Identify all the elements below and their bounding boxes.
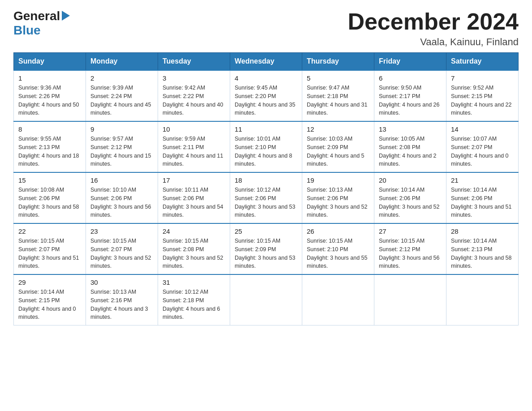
- calendar-day-cell: 6 Sunrise: 9:50 AMSunset: 2:17 PMDayligh…: [374, 70, 446, 121]
- calendar-day-cell: 14 Sunrise: 10:07 AMSunset: 2:07 PMDayli…: [446, 121, 519, 172]
- day-info: Sunrise: 10:07 AMSunset: 2:07 PMDaylight…: [451, 135, 514, 168]
- day-number: 10: [163, 125, 225, 133]
- day-info: Sunrise: 10:15 AMSunset: 2:08 PMDaylight…: [163, 237, 225, 270]
- weekday-header-cell: Wednesday: [230, 53, 302, 71]
- calendar-week-row: 8 Sunrise: 9:55 AMSunset: 2:13 PMDayligh…: [14, 121, 519, 172]
- title-section: December 2024 Vaala, Kainuu, Finland: [348, 9, 519, 48]
- day-info: Sunrise: 9:39 AMSunset: 2:24 PMDaylight:…: [90, 84, 153, 117]
- calendar-table: SundayMondayTuesdayWednesdayThursdayFrid…: [13, 52, 519, 325]
- calendar-day-cell: 10 Sunrise: 9:59 AMSunset: 2:11 PMDaylig…: [158, 121, 230, 172]
- day-info: Sunrise: 9:52 AMSunset: 2:15 PMDaylight:…: [451, 84, 514, 117]
- calendar-day-cell: 15 Sunrise: 10:08 AMSunset: 2:06 PMDayli…: [14, 172, 86, 223]
- day-number: 22: [18, 227, 81, 235]
- day-info: Sunrise: 10:15 AMSunset: 2:07 PMDaylight…: [18, 237, 81, 270]
- day-number: 6: [379, 74, 442, 82]
- day-number: 9: [90, 125, 153, 133]
- calendar-day-cell: [302, 274, 374, 325]
- weekday-header-cell: Thursday: [302, 53, 374, 71]
- day-number: 15: [18, 176, 81, 184]
- calendar-day-cell: 19 Sunrise: 10:13 AMSunset: 2:06 PMDayli…: [302, 172, 374, 223]
- calendar-day-cell: 28 Sunrise: 10:14 AMSunset: 2:13 PMDayli…: [446, 223, 519, 274]
- month-year-title: December 2024: [348, 9, 519, 34]
- day-info: Sunrise: 10:15 AMSunset: 2:09 PMDaylight…: [235, 237, 297, 270]
- day-number: 20: [379, 176, 442, 184]
- calendar-day-cell: 12 Sunrise: 10:03 AMSunset: 2:09 PMDayli…: [302, 121, 374, 172]
- day-info: Sunrise: 9:50 AMSunset: 2:17 PMDaylight:…: [379, 84, 442, 117]
- weekday-header-cell: Friday: [374, 53, 446, 71]
- day-number: 30: [90, 278, 153, 286]
- day-number: 29: [18, 278, 81, 286]
- calendar-day-cell: 11 Sunrise: 10:01 AMSunset: 2:10 PMDayli…: [230, 121, 302, 172]
- calendar-day-cell: 29 Sunrise: 10:14 AMSunset: 2:15 PMDayli…: [14, 274, 86, 325]
- day-number: 25: [235, 227, 297, 235]
- weekday-header-cell: Saturday: [446, 53, 519, 71]
- logo-blue-text: Blue: [13, 23, 41, 37]
- calendar-day-cell: 26 Sunrise: 10:15 AMSunset: 2:10 PMDayli…: [302, 223, 374, 274]
- day-info: Sunrise: 10:11 AMSunset: 2:06 PMDaylight…: [163, 186, 225, 219]
- day-number: 13: [379, 125, 442, 133]
- calendar-day-cell: 7 Sunrise: 9:52 AMSunset: 2:15 PMDayligh…: [446, 70, 519, 121]
- day-number: 28: [451, 227, 514, 235]
- day-info: Sunrise: 10:01 AMSunset: 2:10 PMDaylight…: [235, 135, 297, 168]
- calendar-day-cell: 5 Sunrise: 9:47 AMSunset: 2:18 PMDayligh…: [302, 70, 374, 121]
- day-number: 4: [235, 74, 297, 82]
- calendar-day-cell: 1 Sunrise: 9:36 AMSunset: 2:26 PMDayligh…: [14, 70, 86, 121]
- day-info: Sunrise: 10:03 AMSunset: 2:09 PMDaylight…: [307, 135, 369, 168]
- calendar-day-cell: 18 Sunrise: 10:12 AMSunset: 2:06 PMDayli…: [230, 172, 302, 223]
- day-info: Sunrise: 10:13 AMSunset: 2:16 PMDaylight…: [90, 288, 153, 321]
- day-info: Sunrise: 10:05 AMSunset: 2:08 PMDaylight…: [379, 135, 442, 168]
- weekday-header-cell: Monday: [86, 53, 158, 71]
- page-header: General Blue December 2024 Vaala, Kainuu…: [13, 9, 519, 48]
- calendar-day-cell: 22 Sunrise: 10:15 AMSunset: 2:07 PMDayli…: [14, 223, 86, 274]
- calendar-day-cell: [374, 274, 446, 325]
- calendar-week-row: 22 Sunrise: 10:15 AMSunset: 2:07 PMDayli…: [14, 223, 519, 274]
- calendar-day-cell: 17 Sunrise: 10:11 AMSunset: 2:06 PMDayli…: [158, 172, 230, 223]
- day-number: 1: [18, 74, 81, 82]
- day-number: 14: [451, 125, 514, 133]
- calendar-day-cell: 13 Sunrise: 10:05 AMSunset: 2:08 PMDayli…: [374, 121, 446, 172]
- day-info: Sunrise: 10:15 AMSunset: 2:12 PMDaylight…: [379, 237, 442, 270]
- day-info: Sunrise: 10:12 AMSunset: 2:06 PMDaylight…: [235, 186, 297, 219]
- calendar-day-cell: [230, 274, 302, 325]
- calendar-day-cell: 27 Sunrise: 10:15 AMSunset: 2:12 PMDayli…: [374, 223, 446, 274]
- day-info: Sunrise: 9:45 AMSunset: 2:20 PMDaylight:…: [235, 84, 297, 117]
- day-info: Sunrise: 10:14 AMSunset: 2:13 PMDaylight…: [451, 237, 514, 270]
- day-number: 16: [90, 176, 153, 184]
- calendar-week-row: 29 Sunrise: 10:14 AMSunset: 2:15 PMDayli…: [14, 274, 519, 325]
- day-number: 3: [163, 74, 225, 82]
- day-number: 11: [235, 125, 297, 133]
- day-info: Sunrise: 9:36 AMSunset: 2:26 PMDaylight:…: [18, 84, 81, 117]
- calendar-day-cell: 24 Sunrise: 10:15 AMSunset: 2:08 PMDayli…: [158, 223, 230, 274]
- day-info: Sunrise: 10:12 AMSunset: 2:18 PMDaylight…: [163, 288, 225, 321]
- day-info: Sunrise: 9:57 AMSunset: 2:12 PMDaylight:…: [90, 135, 153, 168]
- day-number: 27: [379, 227, 442, 235]
- logo: General Blue: [13, 9, 70, 38]
- calendar-day-cell: 30 Sunrise: 10:13 AMSunset: 2:16 PMDayli…: [86, 274, 158, 325]
- day-number: 7: [451, 74, 514, 82]
- day-number: 2: [90, 74, 153, 82]
- day-number: 18: [235, 176, 297, 184]
- svg-marker-0: [62, 11, 70, 21]
- day-number: 17: [163, 176, 225, 184]
- day-number: 31: [163, 278, 225, 286]
- day-info: Sunrise: 9:42 AMSunset: 2:22 PMDaylight:…: [163, 84, 225, 117]
- weekday-header-cell: Tuesday: [158, 53, 230, 71]
- location-subtitle: Vaala, Kainuu, Finland: [348, 36, 519, 48]
- day-info: Sunrise: 10:08 AMSunset: 2:06 PMDaylight…: [18, 186, 81, 219]
- logo-triangle-icon: [62, 11, 70, 22]
- calendar-day-cell: 9 Sunrise: 9:57 AMSunset: 2:12 PMDayligh…: [86, 121, 158, 172]
- calendar-day-cell: 23 Sunrise: 10:15 AMSunset: 2:07 PMDayli…: [86, 223, 158, 274]
- logo-general-text: General: [13, 9, 60, 23]
- day-info: Sunrise: 10:15 AMSunset: 2:10 PMDaylight…: [307, 237, 369, 270]
- calendar-body: 1 Sunrise: 9:36 AMSunset: 2:26 PMDayligh…: [14, 70, 519, 325]
- calendar-day-cell: 31 Sunrise: 10:12 AMSunset: 2:18 PMDayli…: [158, 274, 230, 325]
- day-number: 8: [18, 125, 81, 133]
- day-number: 5: [307, 74, 369, 82]
- day-info: Sunrise: 10:14 AMSunset: 2:06 PMDaylight…: [451, 186, 514, 219]
- day-info: Sunrise: 9:47 AMSunset: 2:18 PMDaylight:…: [307, 84, 369, 117]
- day-number: 21: [451, 176, 514, 184]
- calendar-day-cell: 2 Sunrise: 9:39 AMSunset: 2:24 PMDayligh…: [86, 70, 158, 121]
- calendar-day-cell: 4 Sunrise: 9:45 AMSunset: 2:20 PMDayligh…: [230, 70, 302, 121]
- calendar-day-cell: 21 Sunrise: 10:14 AMSunset: 2:06 PMDayli…: [446, 172, 519, 223]
- day-info: Sunrise: 10:13 AMSunset: 2:06 PMDaylight…: [307, 186, 369, 219]
